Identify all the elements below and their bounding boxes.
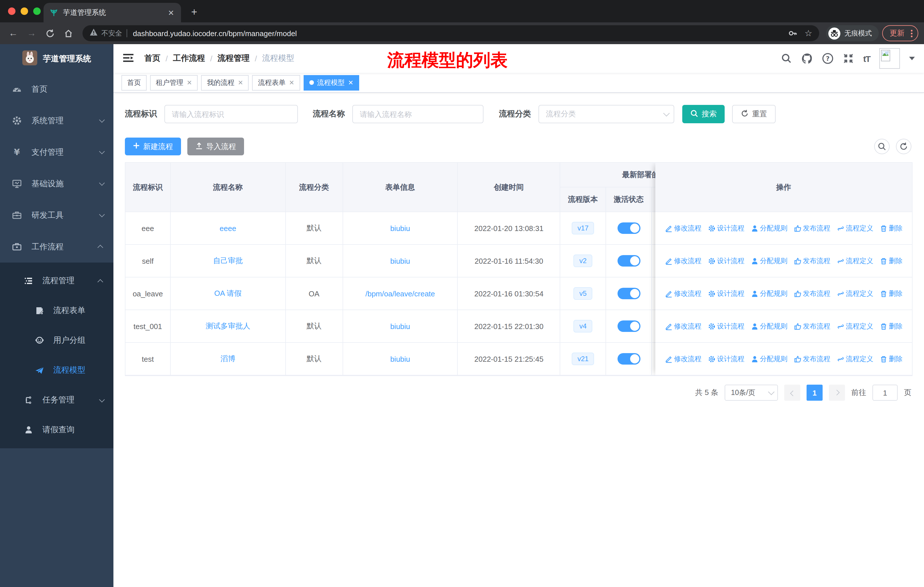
action-assign-user[interactable]: 分配规则 bbox=[751, 354, 787, 364]
breadcrumb-home[interactable]: 首页 bbox=[144, 53, 160, 64]
minimize-window-button[interactable] bbox=[21, 7, 28, 15]
github-icon[interactable] bbox=[802, 53, 813, 64]
action-assign-user[interactable]: 分配规则 bbox=[751, 256, 787, 266]
goto-page-input[interactable] bbox=[873, 385, 898, 401]
window-controls[interactable] bbox=[8, 7, 41, 15]
home-button[interactable] bbox=[61, 26, 76, 41]
zoom-window-button[interactable] bbox=[33, 7, 41, 15]
avatar-caret-icon[interactable] bbox=[909, 57, 915, 60]
process-name-link[interactable]: OA 请假 bbox=[214, 288, 241, 299]
action-assign-user[interactable]: 分配规则 bbox=[751, 223, 787, 233]
active-toggle[interactable] bbox=[617, 222, 640, 234]
form-link[interactable]: biubiu bbox=[390, 355, 410, 363]
sidebar-item-home[interactable]: 首页 bbox=[0, 73, 114, 105]
action-edit[interactable]: 修改流程 bbox=[665, 256, 701, 266]
breadcrumb-process-mgmt[interactable]: 流程管理 bbox=[218, 53, 250, 64]
browser-menu-icon[interactable] bbox=[909, 30, 914, 37]
url-text[interactable]: dashboard.yudao.iocoder.cn/bpm/manager/m… bbox=[133, 29, 780, 38]
action-publish[interactable]: 发布流程 bbox=[794, 289, 830, 298]
sidebar-item-system[interactable]: 系统管理 bbox=[0, 105, 114, 136]
action-trash[interactable]: 删除 bbox=[879, 223, 903, 233]
close-icon[interactable]: ✕ bbox=[238, 79, 243, 86]
close-icon[interactable]: ✕ bbox=[348, 79, 353, 86]
active-toggle[interactable] bbox=[617, 353, 640, 365]
action-assign-user[interactable]: 分配规则 bbox=[751, 321, 787, 331]
fullscreen-icon[interactable] bbox=[843, 53, 854, 64]
sidebar-item-payment[interactable]: ¥ 支付管理 bbox=[0, 136, 114, 168]
process-name-link[interactable]: 测试多审批人 bbox=[206, 321, 250, 331]
action-definition-link[interactable]: 流程定义 bbox=[837, 354, 873, 364]
action-publish[interactable]: 发布流程 bbox=[794, 256, 830, 266]
page-size-select[interactable]: 10条/页 bbox=[724, 385, 778, 401]
version-tag[interactable]: v5 bbox=[574, 287, 592, 300]
version-tag[interactable]: v2 bbox=[574, 255, 592, 267]
action-edit[interactable]: 修改流程 bbox=[665, 321, 701, 331]
process-name-input[interactable] bbox=[352, 105, 483, 123]
bookmark-star-icon[interactable]: ☆ bbox=[805, 28, 812, 38]
next-page-button[interactable] bbox=[829, 385, 845, 401]
action-edit[interactable]: 修改流程 bbox=[665, 354, 701, 364]
active-toggle[interactable] bbox=[617, 255, 640, 266]
close-icon[interactable]: ✕ bbox=[187, 79, 192, 86]
form-link[interactable]: biubiu bbox=[390, 224, 410, 232]
action-edit[interactable]: 修改流程 bbox=[665, 223, 701, 233]
action-definition-link[interactable]: 流程定义 bbox=[837, 289, 873, 298]
new-tab-button[interactable]: + bbox=[187, 5, 201, 20]
tag-my-process[interactable]: 我的流程✕ bbox=[201, 75, 249, 90]
sidebar-item-workflow[interactable]: 工作流程 bbox=[0, 231, 114, 263]
back-button[interactable]: ← bbox=[6, 26, 21, 41]
process-name-link[interactable]: 滔博 bbox=[221, 354, 236, 364]
sidebar-item-infra[interactable]: 基础设施 bbox=[0, 168, 114, 200]
import-process-button[interactable]: 导入流程 bbox=[187, 137, 244, 155]
breadcrumb-workflow[interactable]: 工作流程 bbox=[173, 53, 205, 64]
form-link[interactable]: /bpm/oa/leave/create bbox=[365, 289, 435, 298]
form-link[interactable]: biubiu bbox=[390, 322, 410, 331]
reset-button[interactable]: 重置 bbox=[732, 105, 776, 123]
action-definition-link[interactable]: 流程定义 bbox=[837, 321, 873, 331]
process-name-link[interactable]: eeee bbox=[220, 224, 236, 232]
sidebar-item-user-group[interactable]: 用户分组 bbox=[0, 326, 114, 356]
process-name-link[interactable]: 自己审批 bbox=[213, 256, 243, 266]
sidebar-item-devtools[interactable]: 研发工具 bbox=[0, 200, 114, 231]
action-assign-user[interactable]: 分配规则 bbox=[751, 289, 787, 298]
tag-tenant[interactable]: 租户管理✕ bbox=[150, 75, 198, 90]
tab-close-icon[interactable]: ✕ bbox=[167, 8, 175, 17]
action-trash[interactable]: 删除 bbox=[879, 289, 903, 298]
action-trash[interactable]: 删除 bbox=[879, 256, 903, 266]
help-icon[interactable]: ? bbox=[822, 53, 833, 64]
font-size-icon[interactable]: tT bbox=[863, 54, 870, 63]
show-search-toggle-button[interactable] bbox=[874, 139, 889, 154]
browser-update-button[interactable]: 更新 bbox=[882, 25, 918, 41]
key-icon[interactable] bbox=[787, 28, 798, 38]
action-publish[interactable]: 发布流程 bbox=[794, 223, 830, 233]
search-icon[interactable] bbox=[781, 53, 792, 64]
version-tag[interactable]: v17 bbox=[572, 222, 594, 235]
action-design-gear[interactable]: 设计流程 bbox=[708, 289, 744, 298]
action-design-gear[interactable]: 设计流程 bbox=[708, 256, 744, 266]
app-logo-row[interactable]: 芋道管理系统 bbox=[0, 44, 114, 73]
sidebar-item-process-model[interactable]: 流程模型 bbox=[0, 356, 114, 385]
action-design-gear[interactable]: 设计流程 bbox=[708, 321, 744, 331]
tag-home[interactable]: 首页 bbox=[121, 75, 147, 90]
active-toggle[interactable] bbox=[617, 321, 640, 332]
action-publish[interactable]: 发布流程 bbox=[794, 321, 830, 331]
action-definition-link[interactable]: 流程定义 bbox=[837, 223, 873, 233]
sidebar-collapse-icon[interactable] bbox=[122, 53, 134, 64]
refresh-table-button[interactable] bbox=[896, 139, 911, 154]
form-link[interactable]: biubiu bbox=[390, 256, 410, 265]
action-publish[interactable]: 发布流程 bbox=[794, 354, 830, 364]
tag-process-model[interactable]: 流程模型✕ bbox=[303, 75, 359, 90]
sidebar-item-process-mgmt[interactable]: 流程管理 bbox=[0, 266, 114, 296]
action-trash[interactable]: 删除 bbox=[879, 354, 903, 364]
action-design-gear[interactable]: 设计流程 bbox=[708, 223, 744, 233]
prev-page-button[interactable] bbox=[784, 385, 800, 401]
reload-button[interactable] bbox=[42, 26, 57, 41]
avatar[interactable] bbox=[879, 48, 900, 69]
tag-process-form[interactable]: 流程表单✕ bbox=[252, 75, 300, 90]
address-bar[interactable]: 不安全 dashboard.yudao.iocoder.cn/bpm/manag… bbox=[82, 25, 819, 41]
create-process-button[interactable]: 新建流程 bbox=[125, 137, 181, 155]
version-tag[interactable]: v4 bbox=[574, 320, 592, 332]
close-window-button[interactable] bbox=[8, 7, 15, 15]
sidebar-item-task-mgmt[interactable]: 任务管理 bbox=[0, 385, 114, 415]
close-icon[interactable]: ✕ bbox=[289, 79, 294, 86]
